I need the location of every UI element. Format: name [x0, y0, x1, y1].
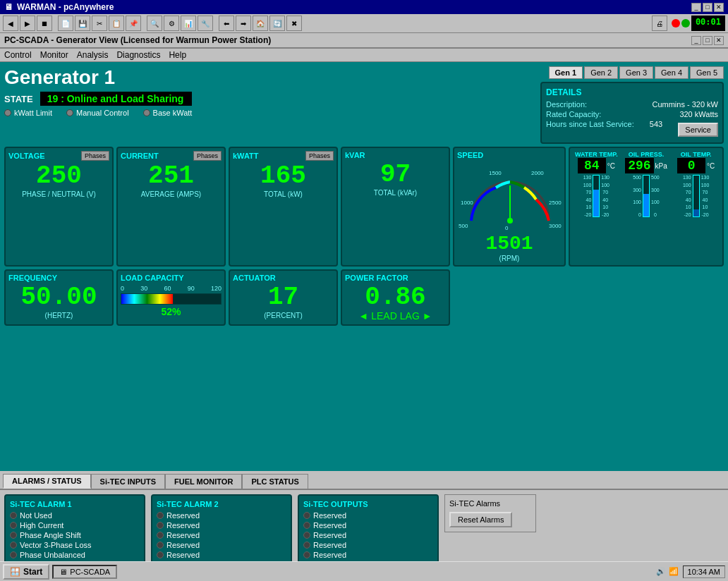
kwatt-phases-btn[interactable]: Phases [305, 151, 334, 161]
current-phases-btn[interactable]: Phases [193, 151, 222, 161]
voltage-unit: PHASE / NEUTRAL (V) [8, 190, 109, 198]
load-bar-fill [121, 294, 173, 304]
kwatt-unit: TOTAL (kW) [233, 190, 334, 198]
sitec-alarms-panel: Si-TEC Alarms Reset Alarms [444, 494, 536, 532]
menu-analysis[interactable]: Analysis [77, 50, 109, 60]
output-led-2 [303, 532, 310, 539]
menu-bar: Control Monitor Analysis Diagnostics Hel… [0, 49, 728, 62]
app-close-button[interactable]: ✕ [714, 36, 724, 45]
toolbar-btn-7[interactable]: 📋 [109, 16, 124, 31]
load-percent-label: 52% [121, 306, 222, 317]
menu-help[interactable]: Help [169, 50, 186, 60]
toolbar-btn-9[interactable]: 🔍 [147, 16, 162, 31]
oil-press-value: 296 [625, 158, 653, 173]
gen-tab-2[interactable]: Gen 2 [584, 66, 618, 79]
state-value: 19 : Online and Load Sharing [40, 92, 193, 106]
reset-alarms-button[interactable]: Reset Alarms [449, 512, 512, 527]
tab-alarms-status[interactable]: ALARMS / STATUS [3, 474, 91, 489]
speed-label: SPEED [457, 151, 562, 159]
alarm1-led-3 [10, 542, 17, 549]
tab-sitec-inputs[interactable]: Si-TEC INPUTS [91, 474, 165, 489]
kwatt-limit-option[interactable]: kWatt Limit [4, 109, 52, 117]
details-capacity-val: 320 kWatts [679, 110, 718, 118]
state-label: STATE [4, 94, 33, 104]
menu-control[interactable]: Control [4, 50, 32, 60]
aux-meters-panel: WATER TEMP. 84 °C 130100704010-20 [569, 147, 724, 267]
toolbar-btn-1[interactable]: ◀ [3, 16, 18, 31]
base-kwatt-option[interactable]: Base kWatt [143, 109, 193, 117]
oil-temp-label: OIL TEMP. [672, 151, 720, 158]
gen-tab-4[interactable]: Gen 4 [655, 66, 688, 79]
service-button[interactable]: Service [678, 123, 718, 137]
toolbar-btn-12[interactable]: 🔧 [198, 16, 213, 31]
status-led-red [672, 19, 680, 27]
sitec-alarms-panel-title: Si-TEC Alarms [449, 499, 531, 508]
svg-text:1000: 1000 [461, 200, 473, 206]
manual-control-option[interactable]: Manual Control [66, 109, 129, 117]
toolbar-btn-5[interactable]: 💾 [75, 16, 90, 31]
alarm2-led-1 [157, 522, 164, 529]
gen-tabs: Gen 1 Gen 2 Gen 3 Gen 4 Gen 5 [549, 66, 724, 79]
toolbar-btn-10[interactable]: ⚙ [164, 16, 179, 31]
maximize-button[interactable]: □ [703, 3, 712, 12]
output-led-1 [303, 522, 310, 529]
frequency-unit: (HERTZ) [8, 312, 109, 319]
pf-arrows: ◄ LEAD LAG ► [345, 310, 446, 322]
toolbar-btn-2[interactable]: ▶ [20, 16, 35, 31]
output-item-3: Reserved [303, 541, 433, 549]
tab-plc-status[interactable]: PLC STATUS [242, 474, 308, 489]
app-title-bar: PC-SCADA - Generator View (Licensed for … [0, 33, 728, 49]
app-minimize-button[interactable]: _ [691, 36, 701, 45]
toolbar-btn-13[interactable]: ⬅ [219, 16, 234, 31]
toolbar-btn-print[interactable]: 🖨 [652, 16, 667, 31]
speed-unit: (RPM) [457, 255, 562, 262]
menu-diagnostics[interactable]: Diagnostics [116, 50, 160, 60]
minimize-button[interactable]: _ [691, 3, 701, 12]
oil-temp-value: 0 [677, 158, 705, 173]
toolbar-btn-16[interactable]: 🔄 [269, 16, 285, 31]
alarm2-led-2 [157, 532, 164, 539]
power-factor-label: POWER FACTOR [345, 274, 408, 282]
start-button[interactable]: 🪟 Start [3, 564, 49, 580]
details-description-key: Description: [546, 100, 587, 109]
current-meter: CURRENT Phases 251 AVERAGE (AMPS) [116, 147, 226, 267]
speed-gauge-svg: 1000 1500 2000 2500 500 0 3000 [457, 161, 563, 231]
app-title-text: PC-SCADA - Generator View (Licensed for … [4, 35, 271, 45]
oil-press-label: OIL PRESS. [623, 151, 670, 158]
toolbar-btn-15[interactable]: 🏠 [253, 16, 268, 31]
voltage-phases-btn[interactable]: Phases [81, 151, 109, 161]
menu-monitor[interactable]: Monitor [40, 50, 68, 60]
title-bar: 🖥 WARMAN - pcAnywhere _ □ ✕ [0, 0, 728, 14]
pcscada-icon: 🖥 [59, 568, 67, 576]
kvar-value: 97 [345, 162, 446, 188]
alarm1-led-0 [10, 512, 17, 519]
app-icon: 🖥 [4, 2, 13, 12]
taskbar-pcscada-item[interactable]: 🖥 PC-SCADA [52, 565, 117, 579]
toolbar-btn-11[interactable]: 📊 [181, 16, 196, 31]
water-temp-value: 84 [578, 158, 606, 173]
toolbar-btn-4[interactable]: 📄 [58, 16, 73, 31]
frequency-label: FREQUENCY [8, 274, 57, 282]
gen-tab-5[interactable]: Gen 5 [690, 66, 724, 79]
alarm2-led-4 [157, 551, 164, 558]
gen-tab-3[interactable]: Gen 3 [619, 66, 653, 79]
water-temp-label: WATER TEMP. [573, 151, 620, 158]
close-button[interactable]: ✕ [714, 3, 724, 12]
toolbar-btn-17[interactable]: ✖ [286, 16, 302, 31]
toolbar-btn-6[interactable]: ✂ [92, 16, 107, 31]
start-icon: 🪟 [10, 567, 20, 577]
oil-press-unit: kPa [655, 162, 667, 170]
load-capacity-label: LOAD CAPACITY [121, 274, 184, 282]
toolbar-btn-14[interactable]: ➡ [236, 16, 251, 31]
tab-fuel-monitor[interactable]: FUEL MONITOR [165, 474, 242, 489]
gen-tab-1[interactable]: Gen 1 [549, 66, 583, 79]
alarm1-item-1: High Current [10, 521, 140, 530]
frequency-value: 50.00 [8, 285, 109, 310]
toolbar-btn-3[interactable]: ⏹ [37, 16, 52, 31]
main-content: Generator 1 STATE 19 : Online and Load S… [0, 62, 728, 471]
app-maximize-button[interactable]: □ [703, 36, 712, 45]
svg-text:1500: 1500 [489, 170, 502, 176]
current-unit: AVERAGE (AMPS) [121, 190, 222, 198]
toolbar-btn-8[interactable]: 📌 [126, 16, 141, 31]
alarm2-led-3 [157, 542, 164, 549]
